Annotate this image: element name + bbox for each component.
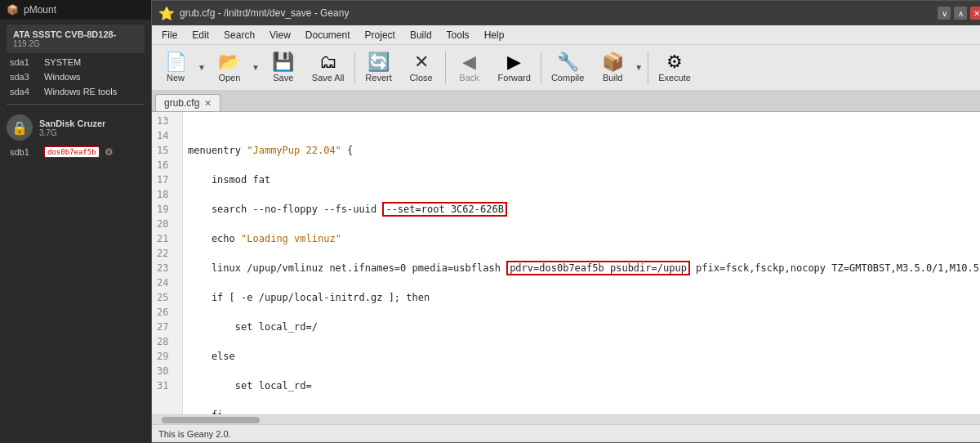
line-numbers: 13 14 15 16 17 18 19 20 21 22 23 24 25 2… bbox=[152, 112, 183, 414]
gear-icon[interactable]: ⚙ bbox=[105, 146, 114, 158]
partition-sda3-label: Windows bbox=[44, 72, 81, 82]
scrollbar-thumb[interactable] bbox=[162, 417, 260, 423]
new-chevron-icon: ▼ bbox=[198, 63, 206, 72]
back-label: Back bbox=[459, 73, 479, 83]
execute-icon: ⚙ bbox=[666, 53, 683, 71]
menu-search[interactable]: Search bbox=[217, 28, 261, 43]
tab-grub-cfg-label: grub.cfg bbox=[164, 97, 199, 109]
forward-button[interactable]: ▶ Forward bbox=[492, 50, 537, 86]
menu-document[interactable]: Document bbox=[299, 28, 357, 43]
back-button[interactable]: ◀ Back bbox=[449, 50, 490, 86]
partition-sdb1[interactable]: sdb1 dos0b7eaf5b ⚙ bbox=[7, 144, 145, 160]
geany-title-text: grub.cfg - /initrd/mnt/dev_save - Geany bbox=[180, 7, 933, 19]
code-line-20: set local_rd=/ bbox=[188, 320, 980, 334]
execute-button[interactable]: ⚙ Execute bbox=[652, 50, 697, 86]
compile-button[interactable]: 🔧 Compile bbox=[545, 50, 590, 86]
geany-titlebar: ⭐ grub.cfg - /initrd/mnt/dev_save - Gean… bbox=[152, 1, 980, 25]
build-label: Build bbox=[603, 73, 622, 83]
geany-window: ⭐ grub.cfg - /initrd/mnt/dev_save - Gean… bbox=[151, 0, 980, 443]
save-all-label: Save All bbox=[312, 73, 345, 83]
menu-build[interactable]: Build bbox=[403, 28, 439, 43]
sandisk-name: SanDisk Cruzer bbox=[39, 119, 105, 128]
new-label: New bbox=[167, 73, 185, 83]
partition-sda3[interactable]: sda3 Windows bbox=[7, 69, 145, 84]
tab-close-icon[interactable]: ✕ bbox=[204, 98, 212, 109]
left-panel: 📦 pMount ATA SSSTC CVB-8D128- 119.2G sda… bbox=[0, 0, 151, 443]
build-button[interactable]: 📦 Build bbox=[592, 50, 633, 86]
build-arrow[interactable]: ▼ bbox=[633, 60, 644, 75]
highlight-set-root: --set=root 3C62-626B bbox=[382, 202, 507, 217]
highlight-pdrv: pdrv=dos0b7eaf5b psubdir=/upup bbox=[506, 261, 690, 275]
horizontal-scrollbar[interactable] bbox=[152, 414, 980, 424]
geany-title-icon: ⭐ bbox=[158, 6, 175, 21]
toolbar-separator-3 bbox=[541, 51, 541, 84]
new-arrow[interactable]: ▼ bbox=[196, 60, 207, 75]
code-line-19: if [ -e /upup/local-initrd.gz ]; then bbox=[188, 290, 980, 305]
open-icon: 📂 bbox=[218, 53, 240, 71]
maximize-button[interactable]: ∧ bbox=[954, 7, 967, 20]
menu-help[interactable]: Help bbox=[478, 28, 511, 43]
menu-view[interactable]: View bbox=[263, 28, 297, 43]
build-chevron-icon: ▼ bbox=[635, 63, 643, 72]
partition-sda4-id: sda4 bbox=[10, 87, 39, 96]
save-all-icon: 🗂 bbox=[319, 53, 337, 71]
forward-label: Forward bbox=[498, 73, 531, 83]
toolbar-separator-1 bbox=[354, 51, 355, 84]
open-btn-group: 📂 Open ▼ bbox=[209, 50, 261, 86]
save-all-button[interactable]: 🗂 Save All bbox=[305, 50, 351, 86]
status-text: This is Geany 2.0. bbox=[158, 429, 231, 439]
code-line-15: insmod fat bbox=[188, 172, 980, 187]
pmount-title: pMount bbox=[24, 4, 56, 16]
partition-sda1-id: sda1 bbox=[10, 57, 39, 67]
partition-sda4-label: Windows RE tools bbox=[44, 87, 117, 96]
partition-sda4[interactable]: sda4 Windows RE tools bbox=[7, 84, 145, 99]
revert-button[interactable]: 🔄 Revert bbox=[359, 50, 399, 86]
disk-ata-name: ATA SSSTC CVB-8D128- bbox=[13, 29, 138, 39]
sandisk-icon: 🔒 bbox=[7, 114, 33, 141]
menu-project[interactable]: Project bbox=[359, 28, 402, 43]
disk-ata-size: 119.2G bbox=[13, 39, 138, 48]
close-icon: ✕ bbox=[414, 53, 429, 71]
partition-sda1[interactable]: sda1 SYSTEM bbox=[7, 55, 145, 69]
toolbar-separator-4 bbox=[648, 51, 648, 84]
ata-partition-list: sda1 SYSTEM sda3 Windows sda4 Windows RE… bbox=[7, 55, 145, 99]
sandisk-partition-list: sdb1 dos0b7eaf5b ⚙ bbox=[7, 144, 145, 160]
save-button[interactable]: 💾 Save bbox=[263, 50, 304, 86]
partition-sda1-label: SYSTEM bbox=[44, 57, 81, 67]
menu-tools[interactable]: Tools bbox=[440, 28, 476, 43]
geany-editor[interactable]: 13 14 15 16 17 18 19 20 21 22 23 24 25 2… bbox=[152, 112, 980, 414]
code-line-23: fi bbox=[188, 408, 980, 414]
close-window-button[interactable]: ✕ bbox=[970, 7, 980, 20]
sandisk-size: 3.7G bbox=[39, 128, 105, 137]
open-arrow[interactable]: ▼ bbox=[250, 60, 261, 75]
open-chevron-icon: ▼ bbox=[252, 63, 260, 72]
code-line-17: echo "Loading vmlinuz" bbox=[188, 231, 980, 246]
build-btn-group: 📦 Build ▼ bbox=[592, 50, 644, 86]
code-area[interactable]: menuentry "JammyPup 22.04" { insmod fat … bbox=[183, 112, 980, 414]
forward-icon: ▶ bbox=[507, 53, 521, 71]
pmount-icon: 📦 bbox=[7, 4, 19, 16]
tab-grub-cfg[interactable]: grub.cfg ✕ bbox=[155, 94, 220, 111]
close-button[interactable]: ✕ Close bbox=[401, 50, 442, 86]
revert-icon: 🔄 bbox=[368, 53, 390, 71]
code-line-22: set local_rd= bbox=[188, 378, 980, 393]
new-icon: 📄 bbox=[165, 53, 187, 71]
geany-statusbar: This is Geany 2.0. bbox=[152, 424, 980, 442]
sandisk-entry: 🔒 SanDisk Cruzer 3.7G bbox=[7, 114, 145, 141]
sandisk-info: SanDisk Cruzer 3.7G bbox=[39, 119, 105, 137]
menu-edit[interactable]: Edit bbox=[185, 28, 216, 43]
code-line-18: linux /upup/vmlinuz net.ifnames=0 pmedia… bbox=[188, 261, 980, 275]
geany-tabs: grub.cfg ✕ bbox=[152, 91, 980, 112]
new-btn-group: 📄 New ▼ bbox=[155, 50, 207, 86]
save-label: Save bbox=[273, 73, 293, 83]
build-icon: 📦 bbox=[602, 53, 624, 71]
minimize-button[interactable]: ∨ bbox=[938, 7, 951, 20]
new-button[interactable]: 📄 New bbox=[155, 50, 196, 86]
close-label: Close bbox=[410, 73, 433, 83]
open-button[interactable]: 📂 Open bbox=[209, 50, 250, 86]
partition-sda3-id: sda3 bbox=[10, 72, 39, 82]
geany-toolbar: 📄 New ▼ 📂 Open ▼ 💾 Save 🗂 Save All bbox=[152, 45, 980, 91]
uuid-badge: dos0b7eaf5b bbox=[44, 146, 100, 158]
menu-file[interactable]: File bbox=[155, 28, 184, 43]
geany-win-btns: ∨ ∧ ✕ bbox=[938, 7, 980, 20]
